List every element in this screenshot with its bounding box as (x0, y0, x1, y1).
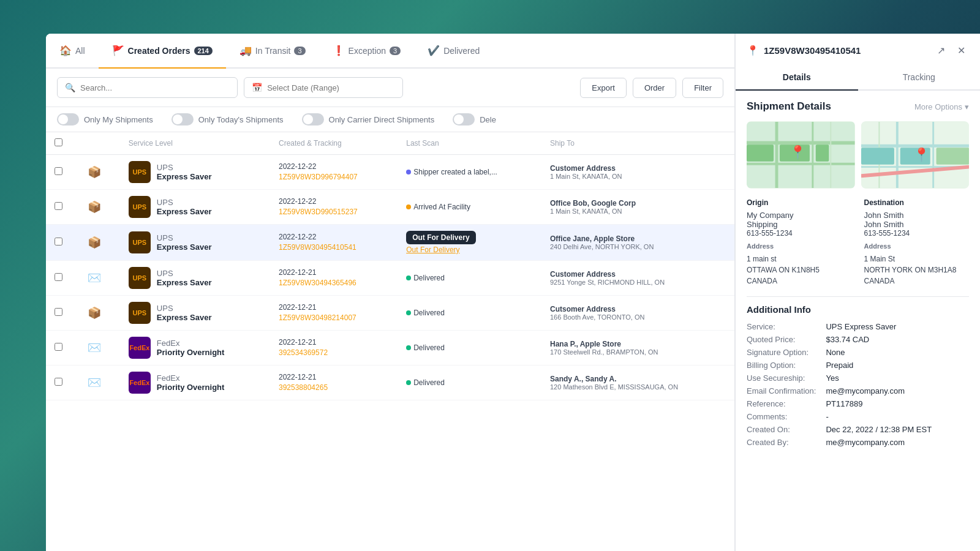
carrier-service: Priority Overnight (157, 348, 225, 357)
carrier-service: Express Saver (157, 278, 212, 287)
row-checkbox[interactable] (55, 308, 62, 316)
tracking-link[interactable]: 1Z59V8W3D990515237 (279, 208, 358, 216)
destination-map[interactable]: 📍 (861, 121, 970, 189)
tracking-link[interactable]: 1Z59V8W30495410541 (279, 243, 356, 252)
close-button[interactable]: ✕ (954, 43, 969, 58)
service-value: UPS Express Saver (826, 322, 969, 331)
filter-today-label: Only Today's Shipments (198, 115, 284, 124)
tracking-date: 2022-12-22 (279, 162, 389, 171)
check-icon: ✔️ (428, 45, 440, 56)
filter-dele[interactable]: Dele (453, 113, 496, 126)
table-row[interactable]: 📦 UPS UPS Express Saver 2022-12-21 1Z59V… (46, 296, 734, 331)
search-icon: 🔍 (65, 83, 75, 92)
carrier-name: UPS (157, 163, 212, 172)
toggle-carrier-direct[interactable] (302, 113, 324, 126)
right-content: Shipment Details More Options ▾ (736, 91, 980, 551)
table-row[interactable]: 📦 UPS UPS Express Saver 2022-12-22 1Z59V… (46, 190, 734, 225)
row-checkbox[interactable] (55, 378, 62, 386)
more-options-button[interactable]: More Options ▾ (914, 102, 969, 111)
ship-to-name: Customer Address (550, 270, 726, 279)
row-checkbox[interactable] (55, 238, 62, 246)
tracking-link[interactable]: 1Z59V8W3D996794407 (279, 173, 358, 181)
search-input[interactable] (80, 83, 230, 92)
row-checkbox[interactable] (55, 343, 62, 351)
order-button[interactable]: Order (633, 78, 676, 98)
carrier-service: Express Saver (157, 242, 212, 252)
scan-text: Arrived At Facility (413, 203, 470, 211)
ship-to-address: 170 Steelwell Rd., BRAMPTON, ON (550, 348, 726, 356)
row-checkbox[interactable] (55, 202, 62, 210)
shipment-details-header: Shipment Details More Options ▾ (747, 100, 969, 113)
filter-today[interactable]: Only Today's Shipments (172, 113, 284, 126)
toggle-dele[interactable] (453, 113, 475, 126)
carrier-name: UPS (157, 233, 212, 242)
reference-label: Reference: (747, 399, 816, 408)
comments-value: - (826, 412, 969, 421)
col-service-level: Service Level (120, 132, 270, 155)
ship-to-address: 120 Matheson Blvd E, MISSISSAUGA, ON (550, 383, 726, 391)
tracking-link[interactable]: 392534369572 (279, 348, 328, 357)
ship-to-address: 240 Delhi Ave, NORTH YORK, ON (550, 243, 726, 250)
tab-all[interactable]: 🏠 All (46, 34, 99, 69)
origin-phone: 613-555-1234 (747, 229, 852, 238)
svg-rect-17 (861, 148, 894, 164)
secureship-label: Use Secureship: (747, 373, 816, 383)
quoted-price-label: Quoted Price: (747, 335, 816, 344)
origin-destination-row: Origin My Company Shipping 613-555-1234 … (747, 198, 969, 287)
search-wrap[interactable]: 🔍 (57, 77, 238, 98)
right-tab-tracking[interactable]: Tracking (858, 65, 981, 91)
tab-transit[interactable]: 🚚 In Transit 3 (226, 34, 319, 69)
status-pill: Out For Delivery (406, 231, 475, 244)
tab-exception-label: Exception (349, 46, 386, 56)
home-icon: 🏠 (59, 45, 72, 56)
date-wrap[interactable]: 📅 (244, 77, 403, 98)
tab-all-label: All (75, 46, 85, 56)
tracking-date: 2022-12-21 (279, 303, 389, 312)
filter-dele-label: Dele (480, 115, 496, 124)
row-checkbox[interactable] (55, 273, 62, 281)
export-button[interactable]: Export (580, 78, 627, 98)
filter-carrier-direct[interactable]: Only Carrier Direct Shipments (302, 113, 435, 126)
destination-label: Destination (864, 198, 970, 207)
toggle-today[interactable] (172, 113, 194, 126)
comments-label: Comments: (747, 412, 816, 421)
status-link[interactable]: Out For Delivery (406, 246, 533, 254)
shipment-type-icon: 📦 (88, 236, 101, 249)
filter-my-shipments[interactable]: Only My Shipments (57, 113, 153, 126)
additional-info-title: Additional Info (747, 304, 969, 315)
destination-address-label: Address (864, 242, 970, 250)
ship-to-address: 9251 Yonge St, RICHMOND HILL, ON (550, 279, 726, 286)
origin-label: Origin (747, 198, 852, 207)
signature-value: None (826, 348, 969, 357)
tracking-link[interactable]: 1Z59V8W30498214007 (279, 313, 356, 322)
scan-status-dot (406, 170, 411, 174)
tab-created-badge: 214 (194, 47, 213, 55)
table-row[interactable]: 📦 UPS UPS Express Saver 2022-12-22 1Z59V… (46, 225, 734, 261)
table-row[interactable]: ✉️ UPS UPS Express Saver 2022-12-21 1Z59… (46, 261, 734, 296)
tracking-link[interactable]: 392538804265 (279, 383, 328, 392)
created-on-label: Created On: (747, 425, 816, 434)
table-row[interactable]: 📦 UPS UPS Express Saver 2022-12-22 1Z59V… (46, 155, 734, 190)
destination-col: Destination John Smith John Smith 613-55… (864, 198, 970, 287)
select-all-checkbox[interactable] (55, 138, 62, 146)
external-link-button[interactable]: ↗ (933, 43, 949, 58)
date-input[interactable] (267, 83, 395, 92)
right-tab-details[interactable]: Details (736, 65, 858, 91)
toggle-my-shipments[interactable] (57, 113, 79, 126)
table-row[interactable]: ✉️ FedEx FedEx Priority Overnight 2022-1… (46, 331, 734, 365)
shipment-details-title: Shipment Details (747, 100, 831, 113)
carrier-logo: UPS (129, 231, 151, 253)
filter-button[interactable]: Filter (682, 78, 723, 98)
secureship-value: Yes (826, 373, 969, 383)
row-checkbox[interactable] (55, 167, 62, 175)
tracking-link[interactable]: 1Z59V8W30494365496 (279, 279, 356, 287)
divider-1 (747, 296, 969, 297)
origin-map[interactable]: 📍 (747, 121, 855, 189)
tab-created[interactable]: 🚩 Created Orders 214 (99, 34, 226, 69)
table-row[interactable]: ✉️ FedEx FedEx Priority Overnight 2022-1… (46, 365, 734, 400)
tab-exception[interactable]: ❗ Exception 3 (319, 34, 415, 69)
filter-my-shipments-label: Only My Shipments (84, 115, 153, 124)
ship-to-name: Hana P., Apple Store (550, 340, 726, 348)
ship-to-address: 1 Main St, KANATA, ON (550, 208, 726, 215)
tab-delivered[interactable]: ✔️ Delivered (414, 34, 493, 69)
